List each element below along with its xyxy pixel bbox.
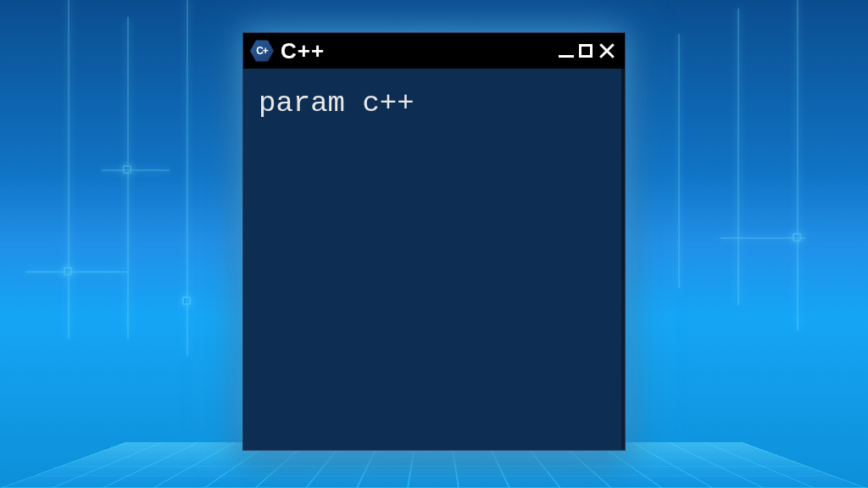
close-button[interactable]: [598, 42, 616, 60]
terminal-body[interactable]: param c++: [243, 69, 625, 450]
circuit-line: [25, 271, 127, 273]
circuit-node: [64, 267, 72, 275]
window-controls: [559, 42, 616, 60]
circuit-node: [123, 165, 131, 174]
terminal-window: C++ param c++: [242, 32, 626, 451]
circuit-node: [182, 297, 191, 305]
minimize-button[interactable]: [559, 55, 574, 58]
circuit-line: [737, 8, 739, 305]
window-title: C++: [281, 38, 559, 64]
maximize-button[interactable]: [579, 44, 593, 58]
circuit-line: [127, 17, 129, 339]
circuit-line: [102, 169, 170, 171]
circuit-line: [68, 0, 70, 339]
terminal-content: param c++: [259, 87, 609, 119]
circuit-node: [793, 233, 801, 241]
title-bar[interactable]: C++: [243, 33, 625, 69]
circuit-line: [797, 0, 798, 330]
cpp-hex-icon: [250, 39, 274, 63]
circuit-line: [678, 34, 680, 288]
